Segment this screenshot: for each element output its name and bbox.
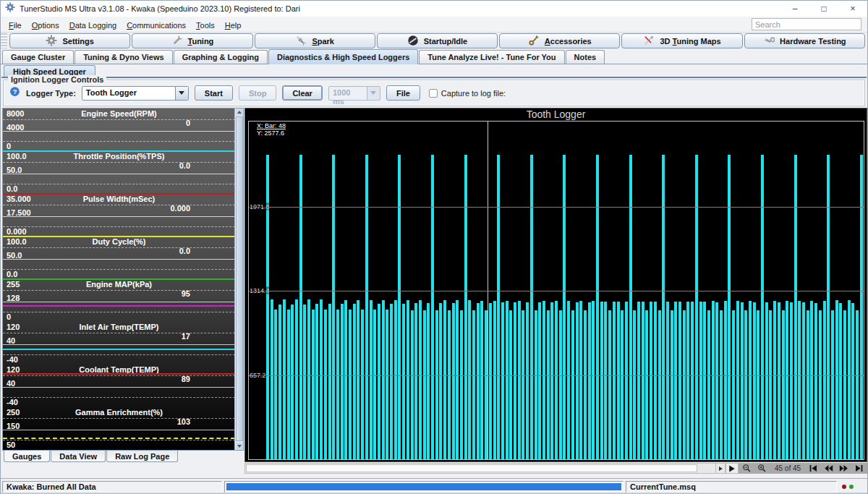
- gauge-min: 0: [7, 142, 11, 150]
- scroll-right-icon[interactable]: [716, 463, 726, 474]
- menu-tools[interactable]: Tools: [191, 19, 220, 32]
- tooth-bar: [724, 301, 727, 459]
- tooth-bar: [328, 304, 331, 459]
- tooth-bar: [604, 302, 607, 459]
- gauge-needle-line: [3, 373, 235, 375]
- logger-type-select[interactable]: Tooth Logger: [82, 86, 189, 101]
- current-tune-file: CurrentTune.msq: [626, 481, 837, 493]
- scroll-down-icon[interactable]: [236, 443, 243, 450]
- tooth-bar: [827, 155, 830, 459]
- tuning-maps-icon: [643, 35, 655, 48]
- gauge-pulse-width-msec-: 35.000Pulse Width(mSec)0.00017.5000.000: [3, 194, 235, 237]
- chart-h-scrollbar[interactable]: [244, 463, 716, 474]
- tab-graphing-logging[interactable]: Graphing & Logging: [174, 50, 268, 64]
- tooth-bar: [287, 310, 290, 459]
- prev-page-icon[interactable]: [823, 464, 834, 473]
- tab-gauges[interactable]: Gauges: [4, 451, 50, 462]
- tab-tune-analyze-live-tune-for-you[interactable]: Tune Analyze Live! - Tune For You: [419, 50, 564, 64]
- minimize-button[interactable]: –: [780, 1, 809, 17]
- settings-button[interactable]: Settings: [9, 33, 130, 48]
- menu-communications[interactable]: Communications: [122, 19, 191, 32]
- capture-checkbox[interactable]: [429, 89, 438, 98]
- page-indicator: 45 of 45: [772, 464, 804, 472]
- zoom-out-icon[interactable]: [741, 464, 752, 473]
- tooth-bar: [650, 302, 652, 459]
- menu-options[interactable]: Options: [27, 19, 64, 32]
- menu-data-logging[interactable]: Data Logging: [64, 19, 122, 32]
- tooth-bar: [414, 303, 417, 459]
- tab-tuning-dyno-views[interactable]: Tuning & Dyno Views: [75, 50, 172, 64]
- next-page-icon[interactable]: [838, 464, 849, 473]
- chevron-down-icon: [367, 87, 380, 100]
- tab-gauge-cluster[interactable]: Gauge Cluster: [2, 50, 74, 64]
- tooth-bar: [753, 302, 756, 459]
- tab-data-view[interactable]: Data View: [51, 451, 106, 462]
- gauge-title: Gamma Enrichment(%): [3, 408, 235, 417]
- tooth-bar: [320, 299, 323, 459]
- tooth-bar: [472, 310, 475, 459]
- chart-plot-area[interactable]: X: Bar: 48 Y: 2577.6 1971.81314.4657.2: [248, 121, 864, 460]
- tooth-bar: [596, 155, 599, 459]
- tooth-bar: [278, 305, 281, 459]
- tooth-bar: [823, 301, 826, 460]
- 3d-tuning-maps-button[interactable]: 3D Tuning Maps: [621, 33, 742, 48]
- gauge-mid: 4000: [7, 123, 24, 132]
- gauge-scrollbar[interactable]: [234, 108, 243, 450]
- play-button[interactable]: [726, 463, 739, 474]
- maximize-button[interactable]: □: [809, 1, 838, 17]
- help-icon[interactable]: ?: [9, 86, 20, 100]
- tooth-bar: [398, 155, 401, 459]
- zoom-in-icon[interactable]: [757, 464, 767, 473]
- tooth-bar: [654, 302, 657, 459]
- scroll-up-icon[interactable]: [236, 108, 243, 116]
- close-button[interactable]: ×: [838, 1, 867, 17]
- logger-type-label: Logger Type:: [26, 89, 76, 98]
- tooth-bar: [443, 300, 446, 459]
- file-button[interactable]: File: [386, 85, 420, 101]
- chart-title: Tooth Logger: [245, 108, 867, 120]
- tooth-bar: [303, 305, 306, 459]
- tooth-bar: [382, 300, 385, 459]
- first-page-icon[interactable]: [808, 464, 819, 473]
- last-page-icon[interactable]: [854, 464, 864, 473]
- tuning-button[interactable]: Tuning: [132, 33, 252, 48]
- menu-file[interactable]: File: [4, 19, 27, 32]
- tooth-bar: [835, 300, 838, 459]
- scrollbar-thumb[interactable]: [236, 116, 243, 441]
- gauge-stack: 8000Engine Speed(RPM)040000100.0Throttle…: [3, 108, 235, 450]
- startup-idle-button[interactable]: Startup/Idle: [377, 33, 498, 48]
- tooth-bar: [423, 310, 426, 459]
- tooth-bar: [633, 310, 636, 459]
- clear-button[interactable]: Clear: [282, 85, 323, 101]
- hardware-testing-button[interactable]: Hardware Testing: [744, 33, 865, 48]
- tab-notes[interactable]: Notes: [566, 50, 605, 64]
- tooth-bar: [819, 310, 822, 459]
- menu-help[interactable]: Help: [220, 19, 247, 32]
- tooth-bar: [757, 310, 760, 459]
- startup-icon: [407, 35, 419, 48]
- tab-diagnostics-high-speed-loggers[interactable]: Diagnostics & High Speed Loggers: [268, 49, 418, 64]
- toolbar-drag-grip[interactable]: [1, 33, 7, 48]
- tab-raw-log-page[interactable]: Raw Log Page: [106, 451, 178, 462]
- hardware-icon: [763, 35, 775, 48]
- tooth-bar: [497, 155, 500, 459]
- spark-button[interactable]: Spark: [255, 33, 375, 48]
- tooth-bar: [794, 155, 797, 459]
- chevron-down-icon[interactable]: [175, 87, 188, 100]
- tooth-bar: [427, 303, 430, 459]
- tooth-bar: [571, 310, 574, 459]
- start-button[interactable]: Start: [195, 85, 233, 101]
- gauge-engine-map-kpa-: 255Engine MAP(kPa)951280: [3, 279, 235, 322]
- accessories-button[interactable]: Accessories: [499, 33, 620, 48]
- gauge-needle-line: [3, 305, 235, 307]
- tooth-bar: [592, 301, 595, 459]
- tooth-bar: [506, 301, 509, 459]
- accessories-icon: [528, 35, 540, 48]
- tooth-bar: [299, 155, 302, 459]
- gauge-panel: 8000Engine Speed(RPM)040000100.0Throttle…: [2, 108, 244, 451]
- gauge-coolant-temp-temp-: 120Coolant Temp(TEMP)8940-40: [3, 365, 235, 407]
- tooth-bar: [550, 302, 553, 459]
- search-input[interactable]: [752, 18, 861, 30]
- scrollbar-thumb[interactable]: [246, 464, 697, 472]
- toolbar: SettingsTuningSparkStartup/IdleAccessori…: [1, 33, 867, 49]
